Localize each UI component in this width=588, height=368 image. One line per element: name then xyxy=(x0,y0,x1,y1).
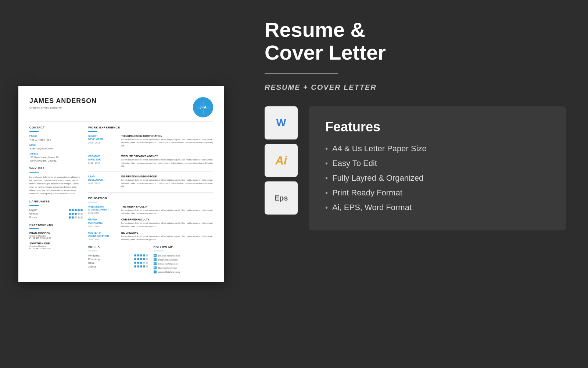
dot xyxy=(146,254,148,256)
email-label: Email xyxy=(29,144,83,146)
follow-title: FOLLOW ME xyxy=(154,245,214,249)
work-company-2: WEBLITE CREATIVE AGENCY xyxy=(121,155,213,158)
work-right-2: WEBLITE CREATIVE AGENCY Lorem ipsum dolo… xyxy=(121,155,213,167)
work-divider xyxy=(88,131,97,132)
edu-right-2: ONE BRAND FACULTY Lorem ipsum dolor sit … xyxy=(121,218,213,228)
edu-item-3: MASTER INCOMMUNICATION 2008- 2010 BE CRE… xyxy=(88,231,213,241)
dot xyxy=(137,258,139,260)
feature-1: • A4 & Us Letter Paper Size xyxy=(325,144,549,153)
left-panel: JAMES ANDERSON Graphic & Web Designer J … xyxy=(0,0,243,368)
section-separator xyxy=(88,192,213,193)
edu-right-1: THE MEDIA FACULTY Lorem ipsum dolor sit … xyxy=(121,205,213,215)
edu-right-3: BE CREATIVE Lorem ipsum dolor sit amet, … xyxy=(121,231,213,241)
work-item-1: SENIORDEVELOPER 2008 - 2011 THINKING ROO… xyxy=(88,135,213,147)
skill-wordpress-name: Wordpress xyxy=(88,254,108,257)
resume-right-column: WORK EXPERIENCE SENIORDEVELOPER 2008 - 2… xyxy=(88,126,213,275)
dot xyxy=(146,265,148,268)
work-job-title-2: CREATIVEDIRECTOR xyxy=(88,155,118,161)
edu-item-2: BRANDMARKETING 2006 - 2008 ONE BRAND FAC… xyxy=(88,218,213,228)
phone-label: Phone xyxy=(29,135,83,137)
edu-left-2: BRANDMARKETING 2006 - 2008 xyxy=(88,218,118,228)
follow-flickr: Fl flikker.net/anderson xyxy=(154,266,214,269)
education-divider xyxy=(88,202,97,202)
why-me-section: WHY ME? Lorem ipsum dolor sit amet, cons… xyxy=(29,167,83,195)
follow-dribbble-link: dribble.net/anderson xyxy=(158,263,178,265)
dot xyxy=(140,258,142,260)
skills-divider xyxy=(88,251,97,251)
format-and-features: W Ai Eps Features • A4 & Us Letter Paper… xyxy=(265,106,566,230)
dot xyxy=(69,209,71,211)
skill-joomla-name: Joomla xyxy=(88,265,108,268)
dot xyxy=(143,262,145,264)
bullet-5: • xyxy=(325,204,328,212)
skill-wordpress: Wordpress xyxy=(88,254,148,257)
work-years-2: 2011 - 2013 xyxy=(88,162,118,164)
dot xyxy=(134,258,136,260)
dot xyxy=(80,216,83,219)
edu-company-2: ONE BRAND FACULTY xyxy=(121,218,213,221)
why-me-divider xyxy=(29,172,39,173)
edu-company-1: THE MEDIA FACULTY xyxy=(121,205,213,208)
bullet-1: • xyxy=(325,145,328,153)
feature-3: • Fully Layred & Organized xyxy=(325,173,549,183)
flickr-icon: Fl xyxy=(154,266,157,269)
work-company-1: THINKING ROOM CORPORATION xyxy=(121,135,213,137)
skill-html: HTML xyxy=(88,262,148,264)
dot xyxy=(143,258,145,260)
ai-label: Ai xyxy=(275,154,287,167)
edu-desc-2: Lorem ipsum dolor sit amet, consectetur … xyxy=(121,222,213,228)
work-item-2: CREATIVEDIRECTOR 2011 - 2013 WEBLITE CRE… xyxy=(88,155,213,167)
dot xyxy=(140,265,142,268)
edu-years-3: 2008- 2010 xyxy=(88,238,118,241)
work-right-1: THINKING ROOM CORPORATION Lorem ipsum do… xyxy=(121,135,213,147)
feature-text-3: Fully Layred & Organized xyxy=(332,173,423,183)
dot xyxy=(72,209,74,211)
dot xyxy=(134,254,136,256)
edu-desc-1: Lorem ipsum dolor sit amet, consectetur … xyxy=(121,209,213,215)
edu-title-3: MASTER INCOMMUNICATION xyxy=(88,231,118,238)
eps-label: Eps xyxy=(275,194,288,202)
edu-left-3: MASTER INCOMMUNICATION 2008- 2010 xyxy=(88,231,118,241)
references-section: REFFERENCES BRAD JHONSON Creative Direct… xyxy=(29,223,83,250)
features-box: Features • A4 & Us Letter Paper Size • E… xyxy=(309,106,566,230)
features-title: Features xyxy=(325,119,549,135)
ref1-name: BRAD JHONSON xyxy=(29,232,83,234)
languages-section: LANGUAGES English German xyxy=(29,200,83,219)
behance-icon: Be xyxy=(154,254,157,257)
linkedin-icon: in xyxy=(154,258,157,261)
languages-divider xyxy=(29,205,39,206)
edu-company-3: BE CREATIVE xyxy=(121,231,213,234)
dot xyxy=(140,262,142,264)
lang-german-name: German xyxy=(29,212,46,215)
ref1-phone: P : 12 345 678 910 88 xyxy=(29,237,83,239)
contact-divider xyxy=(29,131,39,132)
work-right-3: INSPIRATION MINDS GROUP Lorem ipsum dolo… xyxy=(121,175,213,188)
work-item-3: LEADDEVELOPER 2013 - 2017 INSPIRATION MI… xyxy=(88,175,213,188)
feature-2: • Easy To Edit xyxy=(325,159,549,168)
portfolio-icon: ✓ xyxy=(154,270,157,273)
ai-format-icon: Ai xyxy=(265,144,298,177)
title-divider xyxy=(265,73,338,74)
lang-german-dots xyxy=(69,213,83,215)
skill-joomla: Joomla xyxy=(88,265,148,268)
edu-years-2: 2006 - 2008 xyxy=(88,225,118,227)
lang-english-name: English xyxy=(29,209,46,211)
eps-format-icon: Eps xyxy=(265,181,298,215)
work-desc-1: Lorem ipsum dolor sit amet, consectetur … xyxy=(121,138,213,147)
dot xyxy=(134,265,136,268)
references-divider xyxy=(29,228,39,229)
skill-photoshop-dots xyxy=(134,258,148,260)
word-label: W xyxy=(276,117,286,129)
address-label: Adress xyxy=(29,152,83,155)
dot xyxy=(78,216,80,219)
contact-title: CONTACT xyxy=(29,126,83,129)
bullet-2: • xyxy=(325,159,328,168)
work-job-title-3: LEADDEVELOPER xyxy=(88,175,118,181)
feature-4: • Print Ready Format xyxy=(325,188,549,198)
dribbble-icon: Dr xyxy=(154,262,157,265)
lang-french-dots xyxy=(69,216,83,219)
language-english: English xyxy=(29,209,83,211)
edu-item-1: WEB DESIGN& DEVELOPMENT 2003- 2005 THE M… xyxy=(88,205,213,215)
dot xyxy=(134,262,136,264)
skill-html-name: HTML xyxy=(88,262,108,264)
